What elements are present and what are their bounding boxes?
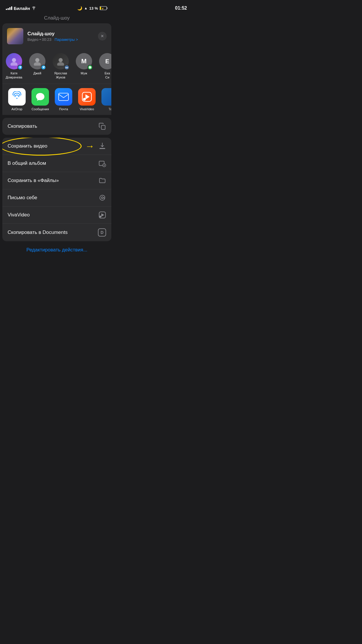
badge-vk-yaroslav: вк — [64, 65, 69, 70]
contact-item-muzh[interactable]: М Муж — [72, 53, 96, 80]
signal-bar-3 — [9, 7, 10, 10]
share-info: Слайд-шоу Видео • 00:23 Параметры > — [27, 31, 94, 42]
at-icon — [99, 194, 106, 202]
app-item-vivavideo[interactable]: VivaVideo — [75, 88, 99, 111]
status-bar: Билайн 01:52 🌙 ▲ 13 % ⚡ — [0, 0, 114, 14]
download-icon — [99, 142, 106, 150]
svg-point-24 — [99, 216, 101, 218]
yellow-arrow-annotation: → — [85, 141, 94, 151]
svg-point-12 — [16, 98, 17, 99]
mail-app-name: Почта — [59, 107, 68, 111]
action-save-files[interactable]: Сохранить в «Файлы» — [2, 172, 111, 189]
battery-label: 13 % — [89, 6, 98, 10]
apps-section: AirDrop Сообщения Почта VivaVide — [2, 84, 111, 115]
documents-icon: D — [98, 228, 106, 237]
app-item-partial[interactable]: Te — [99, 88, 111, 111]
share-title: Слайд-шоу — [27, 31, 94, 37]
contact-name-katya: КатяДомрачева — [6, 71, 22, 80]
svg-rect-2 — [107, 7, 108, 9]
svg-point-10 — [57, 62, 64, 66]
signal-bar-2 — [8, 8, 9, 10]
folder-icon — [99, 177, 106, 184]
signal-bar-1 — [6, 9, 7, 10]
svg-rect-3 — [100, 7, 101, 10]
wifi-icon — [31, 6, 36, 10]
share-thumbnail — [7, 28, 23, 44]
status-left: Билайн — [6, 6, 36, 11]
avatar-jay — [29, 53, 45, 69]
vivavideo-app-name: VivaVideo — [80, 107, 94, 111]
action-list-copy: Скопировать — [2, 118, 111, 135]
svg-text:⚡: ⚡ — [101, 7, 104, 10]
svg-rect-13 — [59, 93, 68, 100]
badge-telegram-katya — [17, 65, 23, 70]
action-copy[interactable]: Скопировать — [2, 118, 111, 135]
action-copy-label: Скопировать — [8, 123, 37, 129]
svg-point-5 — [12, 58, 16, 62]
share-subtitle: Видео • 00:23 Параметры > — [27, 37, 94, 42]
app-item-airdrop[interactable]: AirDrop — [5, 88, 29, 111]
action-documents-label: Скопировать в Documents — [8, 230, 68, 235]
contact-name-yaroslav: ЯрославЖуков — [54, 71, 67, 80]
location-icon: ▲ — [84, 6, 87, 10]
action-vivavideo[interactable]: VivaVideo — [2, 206, 111, 224]
mail-icon — [55, 88, 72, 106]
close-icon: × — [101, 34, 103, 39]
svg-point-7 — [35, 58, 39, 62]
svg-marker-15 — [85, 94, 89, 99]
airdrop-icon — [8, 88, 26, 106]
partial-app-name: Te — [108, 107, 111, 111]
edit-actions-link[interactable]: Редактировать действия... — [26, 247, 87, 253]
close-button[interactable]: × — [98, 32, 107, 41]
svg-point-9 — [59, 58, 63, 62]
signal-bar-4 — [11, 6, 12, 10]
moon-icon: 🌙 — [77, 6, 82, 10]
contacts-section: КатяДомрачева Джей вк ЯрославЖуков — [2, 49, 111, 84]
badge-telegram-jay — [41, 65, 46, 70]
app-item-mail[interactable]: Почта — [52, 88, 75, 111]
contact-name-jay: Джей — [33, 71, 41, 75]
contact-item-katya[interactable]: КатяДомрачева — [2, 53, 26, 80]
action-save-video[interactable]: Сохранить видео → — [2, 138, 111, 155]
svg-rect-18 — [99, 148, 105, 149]
svg-marker-23 — [101, 213, 104, 216]
vivavideo-small-icon — [99, 211, 106, 219]
share-subtitle-text: Видео • 00:23 — [27, 37, 51, 42]
edit-actions-section: Редактировать действия... — [2, 241, 111, 262]
share-params-link[interactable]: Параметры > — [55, 37, 78, 42]
avatar-katya — [6, 53, 22, 69]
svg-point-0 — [34, 9, 34, 10]
messages-app-name: Сообщения — [31, 107, 49, 111]
app-item-messages[interactable]: Сообщения — [29, 88, 52, 111]
battery-icon: ⚡ — [100, 6, 108, 10]
action-list-main: Сохранить видео → В общий альбом Сохрани… — [2, 138, 111, 241]
nav-title: Слайд-шоу — [0, 14, 114, 23]
signal-bars — [6, 6, 12, 10]
action-mail-self-label: Письмо себе — [8, 195, 37, 201]
contact-item-yaroslav[interactable]: вк ЯрославЖуков — [49, 53, 72, 80]
action-save-files-label: Сохранить в «Файлы» — [8, 178, 59, 183]
action-save-video-label: Сохранить видео — [8, 143, 48, 149]
airdrop-app-name: AirDrop — [11, 107, 22, 111]
share-header: Слайд-шоу Видео • 00:23 Параметры > × — [2, 23, 111, 49]
avatar-yaroslav: вк — [52, 53, 69, 69]
copy-icon — [99, 123, 106, 130]
action-shared-album[interactable]: В общий альбом — [2, 155, 111, 172]
action-mail-self[interactable]: Письмо себе — [2, 189, 111, 206]
svg-rect-17 — [101, 125, 105, 129]
svg-point-6 — [10, 62, 17, 66]
avatar-muzh: М — [76, 53, 92, 69]
partial-app-icon — [101, 88, 111, 106]
action-documents[interactable]: Скопировать в Documents D — [2, 224, 111, 241]
vivavideo-icon — [78, 88, 96, 106]
shared-album-icon — [99, 160, 106, 167]
badge-messages-muzh — [87, 65, 93, 70]
action-vivavideo-label: VivaVideo — [8, 212, 30, 218]
svg-point-8 — [34, 62, 41, 66]
avatar-eka: Е — [99, 53, 111, 69]
contact-name-eka: ЕкаСи — [105, 71, 110, 80]
contact-item-jay[interactable]: Джей — [26, 53, 49, 80]
nav-title-text: Слайд-шоу — [44, 15, 70, 21]
messages-icon — [31, 88, 49, 106]
contact-item-eka[interactable]: Е ЕкаСи — [96, 53, 111, 80]
